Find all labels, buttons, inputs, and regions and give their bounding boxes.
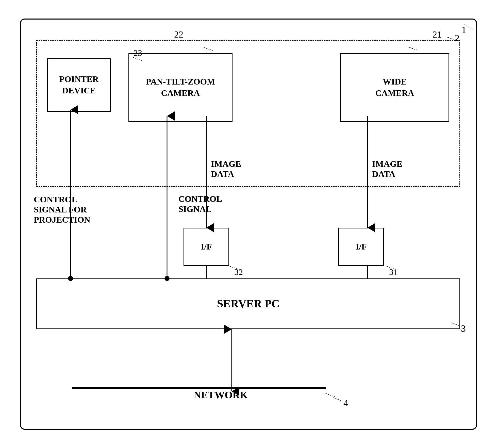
pointer-device-box: POINTERDEVICE bbox=[47, 58, 111, 112]
outer-container: 1 22 21 POINTERDEVICE 23 PAN-TILT-ZOOMCA… bbox=[20, 19, 477, 430]
network-label: NETWORK bbox=[194, 389, 248, 401]
if-box-32: I/F bbox=[184, 228, 229, 266]
dashed-box-group2: 22 21 POINTERDEVICE 23 PAN-TILT-ZOOMCAME… bbox=[36, 40, 460, 187]
svg-line-32 bbox=[326, 393, 335, 397]
server-pc-label: SERVER PC bbox=[217, 297, 280, 310]
if-31-label: I/F bbox=[356, 242, 367, 252]
if-box-31: I/F bbox=[338, 228, 384, 266]
svg-text:CONTROL: CONTROL bbox=[178, 194, 222, 204]
server-pc-box: SERVER PC bbox=[36, 278, 460, 329]
label-4: 4 bbox=[343, 397, 348, 408]
label-3: 3 bbox=[461, 323, 466, 334]
svg-text:SIGNAL: SIGNAL bbox=[178, 204, 211, 214]
pointer-device-label: POINTERDEVICE bbox=[59, 74, 99, 96]
wide-camera-box: WIDECAMERA bbox=[340, 53, 449, 122]
svg-text:SIGNAL FOR: SIGNAL FOR bbox=[34, 205, 87, 214]
label-31: 31 bbox=[389, 267, 398, 277]
svg-line-11 bbox=[333, 398, 342, 401]
label-1: 1 bbox=[461, 24, 466, 35]
svg-text:CONTROL: CONTROL bbox=[34, 195, 77, 204]
wide-camera-label: WIDECAMERA bbox=[375, 76, 414, 98]
label-21: 21 bbox=[433, 29, 442, 40]
label-2: 2 bbox=[455, 33, 459, 43]
if-32-label: I/F bbox=[201, 242, 212, 252]
ptz-camera-label: PAN-TILT-ZOOMCAMERA bbox=[146, 76, 215, 98]
label-22: 22 bbox=[174, 29, 183, 40]
label-32: 32 bbox=[234, 267, 243, 277]
ptz-camera-box: PAN-TILT-ZOOMCAMERA bbox=[128, 53, 233, 122]
svg-text:PROJECTION: PROJECTION bbox=[34, 215, 90, 224]
